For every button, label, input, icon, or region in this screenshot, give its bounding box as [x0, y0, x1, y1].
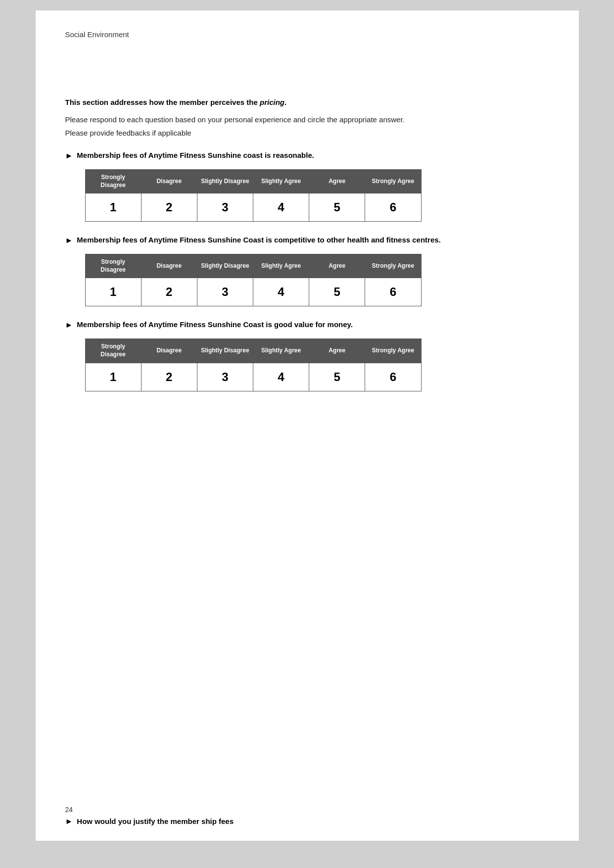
cell-3-3[interactable]: 3 [197, 363, 253, 391]
cell-1-6[interactable]: 6 [365, 193, 421, 222]
col-header-2-5: Agree [309, 254, 365, 278]
cell-3-2[interactable]: 2 [141, 363, 197, 391]
col-header-1-3: Slightly Disagree [197, 170, 253, 193]
cell-2-6[interactable]: 6 [365, 278, 421, 306]
page-footer: 24 ► How would you justify the member sh… [65, 806, 234, 826]
question-block-3: ► Membership fees of Anytime Fitness Sun… [65, 320, 549, 391]
col-header-1-6: Strongly Agree [365, 170, 421, 193]
rating-table-3: Strongly Disagree Disagree Slightly Disa… [85, 338, 422, 391]
rating-table-1: Strongly Disagree Disagree Slightly Disa… [85, 169, 422, 222]
footer-question: ► How would you justify the member ship … [65, 817, 234, 826]
cell-3-6[interactable]: 6 [365, 363, 421, 391]
col-header-3-6: Strongly Agree [365, 339, 421, 363]
cell-1-4[interactable]: 4 [253, 193, 309, 222]
col-header-3-4: Slightly Agree [253, 339, 309, 363]
col-header-3-2: Disagree [141, 339, 197, 363]
cell-1-2[interactable]: 2 [141, 193, 197, 222]
question-label-1: ► Membership fees of Anytime Fitness Sun… [65, 151, 549, 160]
arrow-icon-1: ► [65, 151, 73, 160]
intro-line2: Please provide feedbacks if applicable [65, 129, 549, 137]
intro-line1: Please respond to each question based on… [65, 115, 549, 124]
col-header-1-4: Slightly Agree [253, 170, 309, 193]
arrow-icon-2: ► [65, 236, 73, 245]
page-number: 24 [65, 806, 234, 814]
cell-3-1[interactable]: 1 [85, 363, 141, 391]
cell-2-3[interactable]: 3 [197, 278, 253, 306]
col-header-1-5: Agree [309, 170, 365, 193]
cell-2-1[interactable]: 1 [85, 278, 141, 306]
col-header-1-1: Strongly Disagree [85, 170, 141, 193]
col-header-2-6: Strongly Agree [365, 254, 421, 278]
col-header-3-3: Slightly Disagree [197, 339, 253, 363]
arrow-icon-3: ► [65, 321, 73, 330]
intro-bold: This section addresses how the member pe… [65, 98, 549, 106]
cell-1-1[interactable]: 1 [85, 193, 141, 222]
cell-2-4[interactable]: 4 [253, 278, 309, 306]
question-block-2: ► Membership fees of Anytime Fitness Sun… [65, 236, 549, 306]
question-label-2: ► Membership fees of Anytime Fitness Sun… [65, 236, 549, 245]
cell-3-4[interactable]: 4 [253, 363, 309, 391]
cell-1-3[interactable]: 3 [197, 193, 253, 222]
col-header-2-3: Slightly Disagree [197, 254, 253, 278]
cell-2-2[interactable]: 2 [141, 278, 197, 306]
page: Social Environment This section addresse… [35, 10, 579, 841]
rating-table-2: Strongly Disagree Disagree Slightly Disa… [85, 254, 422, 306]
section-header: Social Environment [65, 30, 549, 39]
arrow-icon-footer: ► [65, 817, 73, 826]
col-header-3-1: Strongly Disagree [85, 339, 141, 363]
col-header-2-4: Slightly Agree [253, 254, 309, 278]
cell-1-5[interactable]: 5 [309, 193, 365, 222]
question-block-1: ► Membership fees of Anytime Fitness Sun… [65, 151, 549, 222]
col-header-2-1: Strongly Disagree [85, 254, 141, 278]
col-header-2-2: Disagree [141, 254, 197, 278]
col-header-1-2: Disagree [141, 170, 197, 193]
col-header-3-5: Agree [309, 339, 365, 363]
cell-2-5[interactable]: 5 [309, 278, 365, 306]
cell-3-5[interactable]: 5 [309, 363, 365, 391]
question-label-3: ► Membership fees of Anytime Fitness Sun… [65, 320, 549, 330]
